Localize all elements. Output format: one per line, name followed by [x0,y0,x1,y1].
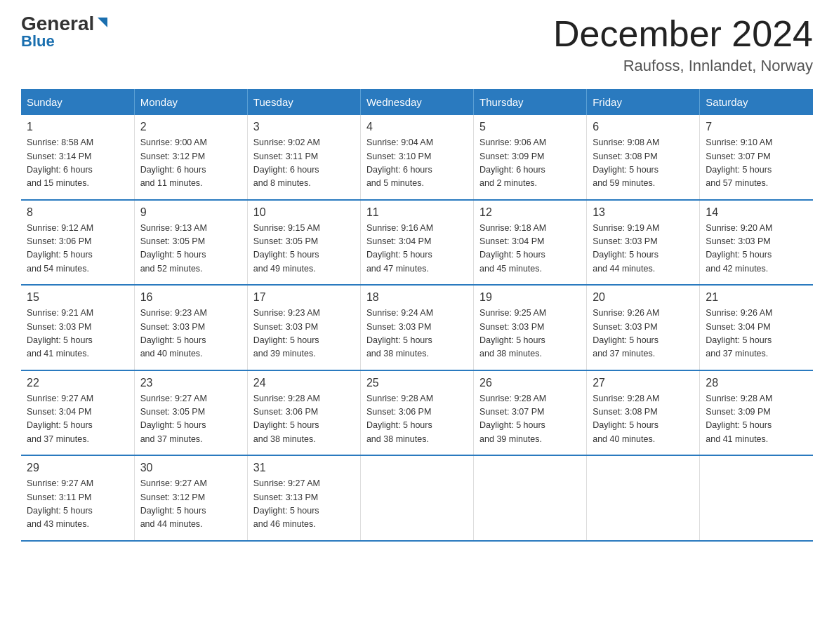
day-info: Sunrise: 9:12 AM Sunset: 3:06 PM Dayligh… [27,222,128,276]
svg-marker-0 [98,18,107,27]
day-info: Sunrise: 9:16 AM Sunset: 3:04 PM Dayligh… [366,222,468,276]
day-number: 23 [140,377,241,389]
day-info: Sunrise: 9:23 AM Sunset: 3:03 PM Dayligh… [253,307,355,361]
day-info: Sunrise: 9:28 AM Sunset: 3:09 PM Dayligh… [706,392,807,447]
month-title: December 2024 [553,14,813,54]
day-info: Sunrise: 9:28 AM Sunset: 3:07 PM Dayligh… [479,392,581,447]
table-row: 23 Sunrise: 9:27 AM Sunset: 3:05 PM Dayl… [134,370,247,456]
day-number: 13 [593,206,694,219]
page-header: General Blue December 2024 Raufoss, Innl… [21,14,813,75]
table-row: 20 Sunrise: 9:26 AM Sunset: 3:03 PM Dayl… [587,285,700,370]
day-info: Sunrise: 9:25 AM Sunset: 3:03 PM Dayligh… [479,307,581,361]
title-area: December 2024 Raufoss, Innlandet, Norway [553,14,813,75]
day-info: Sunrise: 9:27 AM Sunset: 3:04 PM Dayligh… [27,392,128,447]
table-row: 25 Sunrise: 9:28 AM Sunset: 3:06 PM Dayl… [360,370,473,456]
table-row: 30 Sunrise: 9:27 AM Sunset: 3:12 PM Dayl… [134,455,247,541]
day-info: Sunrise: 9:27 AM Sunset: 3:13 PM Dayligh… [253,477,355,532]
table-row: 22 Sunrise: 9:27 AM Sunset: 3:04 PM Dayl… [21,370,134,456]
day-info: Sunrise: 9:06 AM Sunset: 3:09 PM Dayligh… [479,136,581,191]
day-number: 9 [140,206,241,219]
table-row [700,455,813,541]
location-title: Raufoss, Innlandet, Norway [553,57,813,75]
day-number: 24 [253,377,355,389]
calendar-header-row: Sunday Monday Tuesday Wednesday Thursday… [21,89,813,115]
table-row: 21 Sunrise: 9:26 AM Sunset: 3:04 PM Dayl… [700,285,813,370]
day-info: Sunrise: 9:28 AM Sunset: 3:06 PM Dayligh… [366,392,468,447]
day-info: Sunrise: 9:27 AM Sunset: 3:12 PM Dayligh… [140,477,241,532]
day-info: Sunrise: 9:04 AM Sunset: 3:10 PM Dayligh… [366,136,468,191]
table-row: 8 Sunrise: 9:12 AM Sunset: 3:06 PM Dayli… [21,200,134,286]
day-number: 31 [253,462,355,474]
table-row: 26 Sunrise: 9:28 AM Sunset: 3:07 PM Dayl… [474,370,587,456]
calendar-week-row: 29 Sunrise: 9:27 AM Sunset: 3:11 PM Dayl… [21,455,813,541]
table-row: 11 Sunrise: 9:16 AM Sunset: 3:04 PM Dayl… [360,200,473,286]
day-number: 14 [706,206,807,219]
day-number: 28 [706,377,807,389]
day-number: 15 [27,291,128,304]
day-number: 16 [140,291,241,304]
table-row: 15 Sunrise: 9:21 AM Sunset: 3:03 PM Dayl… [21,285,134,370]
day-number: 26 [479,377,581,389]
day-number: 3 [253,121,355,133]
day-number: 21 [706,291,807,304]
day-number: 25 [366,377,468,389]
table-row [360,455,473,541]
day-info: Sunrise: 9:26 AM Sunset: 3:03 PM Dayligh… [593,307,694,361]
table-row: 16 Sunrise: 9:23 AM Sunset: 3:03 PM Dayl… [134,285,247,370]
header-tuesday: Tuesday [247,89,360,115]
day-number: 8 [27,206,128,219]
day-number: 6 [593,121,694,133]
day-number: 11 [366,206,468,219]
day-number: 4 [366,121,468,133]
day-info: Sunrise: 9:19 AM Sunset: 3:03 PM Dayligh… [593,222,694,276]
logo: General Blue [21,14,110,51]
table-row: 9 Sunrise: 9:13 AM Sunset: 3:05 PM Dayli… [134,200,247,286]
day-number: 29 [27,462,128,474]
day-number: 1 [27,121,128,133]
table-row: 2 Sunrise: 9:00 AM Sunset: 3:12 PM Dayli… [134,115,247,200]
day-number: 20 [593,291,694,304]
table-row: 18 Sunrise: 9:24 AM Sunset: 3:03 PM Dayl… [360,285,473,370]
day-number: 10 [253,206,355,219]
calendar-table: Sunday Monday Tuesday Wednesday Thursday… [21,89,813,542]
day-number: 17 [253,291,355,304]
table-row: 17 Sunrise: 9:23 AM Sunset: 3:03 PM Dayl… [247,285,360,370]
day-number: 5 [479,121,581,133]
day-info: Sunrise: 9:20 AM Sunset: 3:03 PM Dayligh… [706,222,807,276]
day-info: Sunrise: 9:13 AM Sunset: 3:05 PM Dayligh… [140,222,241,276]
table-row: 28 Sunrise: 9:28 AM Sunset: 3:09 PM Dayl… [700,370,813,456]
table-row: 19 Sunrise: 9:25 AM Sunset: 3:03 PM Dayl… [474,285,587,370]
day-number: 27 [593,377,694,389]
table-row: 27 Sunrise: 9:28 AM Sunset: 3:08 PM Dayl… [587,370,700,456]
table-row: 10 Sunrise: 9:15 AM Sunset: 3:05 PM Dayl… [247,200,360,286]
day-number: 2 [140,121,241,133]
day-info: Sunrise: 9:21 AM Sunset: 3:03 PM Dayligh… [27,307,128,361]
table-row: 7 Sunrise: 9:10 AM Sunset: 3:07 PM Dayli… [700,115,813,200]
logo-general: General [21,14,94,34]
day-info: Sunrise: 9:27 AM Sunset: 3:05 PM Dayligh… [140,392,241,447]
day-info: Sunrise: 9:15 AM Sunset: 3:05 PM Dayligh… [253,222,355,276]
day-info: Sunrise: 9:02 AM Sunset: 3:11 PM Dayligh… [253,136,355,191]
table-row: 5 Sunrise: 9:06 AM Sunset: 3:09 PM Dayli… [474,115,587,200]
table-row [474,455,587,541]
table-row: 4 Sunrise: 9:04 AM Sunset: 3:10 PM Dayli… [360,115,473,200]
day-info: Sunrise: 9:26 AM Sunset: 3:04 PM Dayligh… [706,307,807,361]
day-info: Sunrise: 8:58 AM Sunset: 3:14 PM Dayligh… [27,136,128,191]
table-row: 29 Sunrise: 9:27 AM Sunset: 3:11 PM Dayl… [21,455,134,541]
day-number: 12 [479,206,581,219]
day-info: Sunrise: 9:24 AM Sunset: 3:03 PM Dayligh… [366,307,468,361]
day-info: Sunrise: 9:00 AM Sunset: 3:12 PM Dayligh… [140,136,241,191]
header-wednesday: Wednesday [360,89,473,115]
day-info: Sunrise: 9:10 AM Sunset: 3:07 PM Dayligh… [706,136,807,191]
table-row: 6 Sunrise: 9:08 AM Sunset: 3:08 PM Dayli… [587,115,700,200]
day-info: Sunrise: 9:08 AM Sunset: 3:08 PM Dayligh… [593,136,694,191]
day-info: Sunrise: 9:23 AM Sunset: 3:03 PM Dayligh… [140,307,241,361]
day-info: Sunrise: 9:28 AM Sunset: 3:08 PM Dayligh… [593,392,694,447]
day-number: 18 [366,291,468,304]
calendar-week-row: 8 Sunrise: 9:12 AM Sunset: 3:06 PM Dayli… [21,200,813,286]
calendar-week-row: 15 Sunrise: 9:21 AM Sunset: 3:03 PM Dayl… [21,285,813,370]
table-row: 14 Sunrise: 9:20 AM Sunset: 3:03 PM Dayl… [700,200,813,286]
table-row: 13 Sunrise: 9:19 AM Sunset: 3:03 PM Dayl… [587,200,700,286]
table-row [587,455,700,541]
day-info: Sunrise: 9:18 AM Sunset: 3:04 PM Dayligh… [479,222,581,276]
